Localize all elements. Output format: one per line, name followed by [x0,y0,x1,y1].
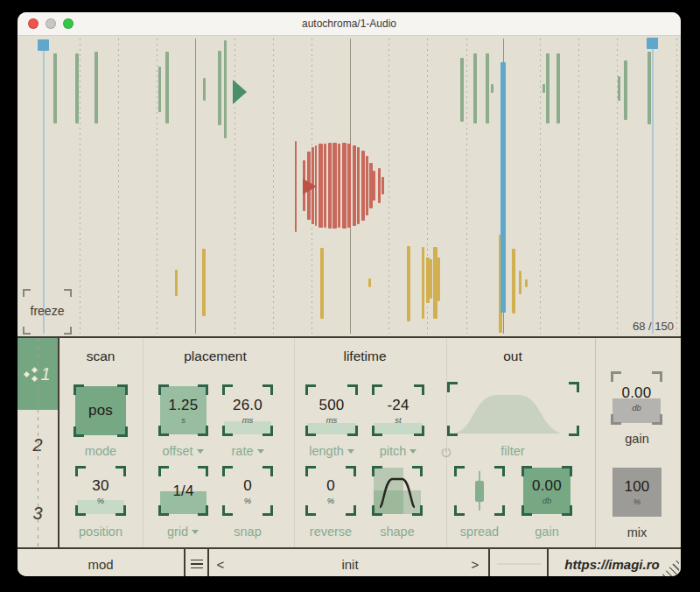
grain-bar [158,67,161,112]
reverse-unit: % [327,496,334,505]
snap-value: 0 [243,477,252,495]
grid-line-dashed [466,39,467,334]
spread-thumb[interactable] [475,481,484,502]
section-title-lifetime: lifetime [312,349,417,364]
mod-button[interactable]: mod [18,549,184,576]
grain-bar [512,249,515,314]
desktop: autochroma/1-Audio freeze 68 / 150 1 2 [0,0,700,592]
offset-control[interactable]: 1.25s [160,386,206,434]
shape-control[interactable] [374,468,421,514]
filter-curve [449,384,578,434]
filter-label: filter [476,443,550,459]
bracket-icon [23,327,31,335]
grid-line-dashed [273,39,274,334]
region-marker-handle[interactable] [38,39,49,51]
dropdown-arrow-icon [410,449,416,454]
pitch-control[interactable]: -24st [374,386,423,434]
grid-label[interactable]: grid [146,524,220,539]
grid-line-dashed [540,39,541,334]
grain-bar [332,143,337,229]
tabs-dashed-line [38,338,38,547]
divider [488,549,490,576]
length-control[interactable]: 500ms [307,386,356,434]
grain-bar [357,147,360,224]
grain-display[interactable]: freeze 68 / 150 [18,36,681,336]
filter-power-icon[interactable] [441,446,452,462]
plugin-window: autochroma/1-Audio freeze 68 / 150 1 2 [18,12,681,576]
grain-bar [342,143,346,229]
preset-name[interactable]: init [229,549,471,576]
offset-label[interactable]: offset [146,443,220,459]
grain-bar [618,76,620,101]
meter-line [497,563,541,565]
shape-label: shape [360,524,434,539]
snap-control[interactable]: 0% [224,468,271,514]
rate-unit: ms [242,415,254,425]
bracket-icon [23,289,31,297]
mode-label: mode [64,443,137,459]
grain-bar [94,52,98,123]
grain-bar [460,58,464,122]
position-control[interactable]: 30% [77,468,124,514]
position-value: 30 [92,477,108,495]
reverse-control[interactable]: 0% [307,468,354,514]
grains-icon [24,366,38,382]
grain-bar [202,249,206,316]
dropdown-arrow-icon [257,449,264,454]
mix-control[interactable]: 100% [612,468,662,517]
region-marker-line [43,39,45,334]
out-gain-value: 0.00 [532,477,562,495]
minimize-button[interactable] [46,18,56,29]
mix-value: 100 [625,478,650,496]
out-gain-control[interactable]: 0.00db [523,468,570,514]
window-title: autochroma/1-Audio [18,12,681,35]
reverse-value: 0 [326,477,335,495]
grain-bar [320,248,324,319]
close-button[interactable] [28,18,38,29]
out-gain-label: gain [510,524,584,539]
mix-label: mix [600,525,674,540]
master-gain-label: gain [600,431,674,447]
dropdown-arrow-icon [347,449,354,454]
reverse-label: reverse [294,524,368,539]
preset-next-button[interactable]: > [466,549,485,576]
grain-bar [324,144,326,228]
grain-bar [203,78,206,101]
mode-control[interactable]: pos [75,386,126,435]
pitch-label[interactable]: pitch [361,443,435,459]
grain-bar [218,51,221,125]
brand-link[interactable]: https://imagi.ro [549,549,676,576]
rate-label[interactable]: rate [211,443,284,459]
master-gain-control[interactable]: 0.00db [612,373,661,423]
filter-control[interactable] [449,384,578,434]
playhead-triangle-red [303,179,317,194]
preset-prev-button[interactable]: < [212,549,229,576]
out-gain-unit: db [542,496,552,505]
grid-control[interactable]: 1/4 [160,468,206,514]
grain-bar [224,40,227,138]
position-label: position [64,524,137,539]
pitch-unit: st [395,415,401,425]
grain-bar [542,84,545,93]
region-marker-handle[interactable] [647,38,658,49]
dropdown-arrow-icon [192,530,199,534]
grain-bar [368,278,371,287]
pitch-value: -24 [387,397,409,414]
menu-button[interactable] [186,549,207,576]
bracket-icon [64,289,72,297]
grain-bar [353,145,356,226]
freeze-button[interactable]: freeze [24,291,70,333]
rate-control[interactable]: 26.0ms [224,386,271,434]
spread-control[interactable] [456,468,503,514]
zoom-button[interactable] [63,18,74,29]
grain-bar [430,259,432,299]
region-marker-line [652,38,654,334]
position-unit: % [97,496,104,505]
grain-bar [525,279,528,287]
master-divider [595,338,596,547]
length-label[interactable]: length [295,443,368,459]
hamburger-icon [191,560,203,569]
offset-value: 1.25 [169,397,199,414]
grain-bar [366,156,368,215]
bracket-icon [64,327,72,335]
